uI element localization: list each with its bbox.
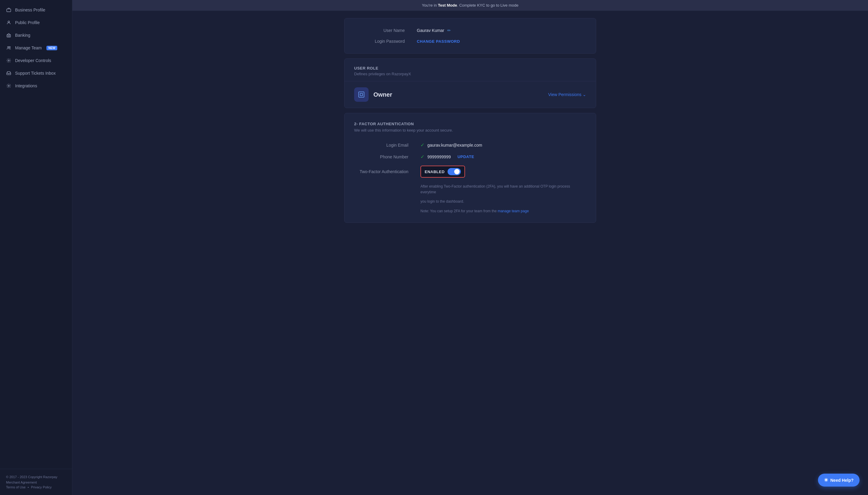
phone-text: 9999999999	[427, 154, 451, 159]
login-email-row: Login Email ✓ gaurav.kumar@example.com	[354, 142, 586, 148]
two-factor-toggle-row: Two-Factor Authentication ENABLED	[354, 166, 586, 178]
toggle-slider	[447, 168, 461, 175]
user-icon	[6, 20, 12, 25]
two-factor-value: ENABLED	[421, 166, 465, 178]
main-content: You're in Test Mode. Complete KYC to go …	[72, 0, 868, 495]
new-badge: NEW	[46, 46, 57, 50]
username-value: Gaurav Kumar ✏	[417, 28, 451, 33]
twofa-rows: Login Email ✓ gaurav.kumar@example.com P…	[354, 142, 586, 178]
twofa-note-line1: After enabling Two-Factor authentication…	[421, 184, 586, 195]
sidebar-item-public-profile[interactable]: Public Profile	[0, 16, 72, 29]
svg-rect-10	[360, 93, 363, 96]
sidebar-item-label: Manage Team	[15, 46, 42, 50]
sidebar-item-support-tickets[interactable]: Support Tickets Inbox	[0, 67, 72, 80]
svg-point-7	[8, 60, 9, 61]
sidebar-item-developer-controls[interactable]: Developer Controls	[0, 54, 72, 67]
toggle-container[interactable]: ENABLED	[421, 166, 465, 178]
test-mode-banner: You're in Test Mode. Complete KYC to go …	[72, 0, 868, 11]
role-header: USER ROLE Defines privileges on Razorpay…	[344, 59, 596, 81]
note-text-2: you login to the dashboard.	[421, 199, 464, 204]
need-help-icon: ✳	[824, 477, 828, 483]
sidebar-footer: © 2017 - 2023 Copyright Razorpay Merchan…	[0, 469, 72, 495]
phone-check-icon: ✓	[421, 154, 424, 159]
password-value: CHANGE PASSWORD	[417, 39, 460, 44]
user-role-card: USER ROLE Defines privileges on Razorpay…	[344, 58, 596, 108]
phone-number-row: Phone Number ✓ 9999999999 UPDATE	[354, 154, 586, 159]
content-area: User Name Gaurav Kumar ✏ Login Password …	[334, 11, 606, 235]
integrations-icon	[6, 83, 12, 88]
svg-point-6	[9, 46, 10, 48]
role-subtitle: Defines privileges on RazorpayX	[354, 72, 586, 76]
bank-icon	[6, 33, 12, 38]
sidebar-item-label: Business Profile	[15, 7, 45, 12]
sidebar-item-label: Integrations	[15, 83, 37, 88]
role-body: Owner View Permissions ⌄	[344, 81, 596, 108]
twofa-note-container: After enabling Two-Factor authentication…	[421, 184, 586, 214]
username-text: Gaurav Kumar	[417, 28, 444, 33]
password-row: Login Password CHANGE PASSWORD	[357, 39, 584, 44]
chevron-down-icon: ⌄	[583, 92, 586, 97]
users-icon	[6, 45, 12, 51]
sidebar-item-banking[interactable]: Banking	[0, 29, 72, 41]
twofa-note-line3: Note: You can setup 2FA for your team fr…	[421, 208, 586, 214]
update-phone-button[interactable]: UPDATE	[458, 154, 474, 159]
sidebar-item-label: Developer Controls	[15, 58, 51, 63]
banner-highlight: Test Mode	[438, 3, 457, 7]
password-label: Login Password	[357, 39, 405, 44]
twofa-card: 2- FACTOR AUTHENTICATION We will use thi…	[344, 113, 596, 223]
toggle-label-text: ENABLED	[425, 170, 445, 174]
login-email-label: Login Email	[354, 143, 408, 148]
inbox-icon	[6, 70, 12, 76]
view-permissions-button[interactable]: View Permissions ⌄	[548, 92, 586, 97]
svg-point-1	[8, 21, 9, 22]
twofa-note-line2: you login to the dashboard.	[421, 199, 586, 204]
username-row: User Name Gaurav Kumar ✏	[357, 28, 584, 33]
twofa-title: 2- FACTOR AUTHENTICATION	[354, 122, 586, 126]
sidebar-item-integrations[interactable]: Integrations	[0, 80, 72, 92]
svg-rect-2	[7, 35, 11, 37]
need-help-button[interactable]: ✳ Need Help?	[818, 474, 859, 487]
email-check-icon: ✓	[421, 142, 424, 148]
separator: •	[28, 485, 29, 489]
note-text-3-before: Note: You can setup 2FA for your team fr…	[421, 209, 497, 213]
svg-point-5	[7, 46, 9, 48]
edit-username-icon[interactable]: ✏	[447, 28, 451, 33]
phone-label: Phone Number	[354, 154, 408, 159]
role-icon-box	[354, 87, 369, 102]
view-permissions-label: View Permissions	[548, 92, 582, 97]
sidebar: Business Profile Public Profile Banking …	[0, 0, 72, 495]
email-text: gaurav.kumar@example.com	[427, 143, 482, 148]
privacy-link[interactable]: Privacy Policy	[31, 485, 51, 489]
role-info: Owner	[354, 87, 392, 102]
profile-card: User Name Gaurav Kumar ✏ Login Password …	[344, 18, 596, 54]
svg-rect-0	[6, 9, 11, 12]
merchant-agreement-link[interactable]: Merchant Agreement	[6, 480, 37, 484]
svg-point-8	[8, 85, 9, 86]
svg-rect-9	[359, 92, 364, 97]
banner-text-after: . Complete KYC to go to Live mode	[457, 3, 519, 7]
toggle-switch[interactable]	[447, 168, 461, 175]
sidebar-item-label: Public Profile	[15, 20, 40, 25]
two-factor-label: Two-Factor Authentication	[354, 169, 408, 174]
username-label: User Name	[357, 28, 405, 33]
banner-text-before: You're in	[422, 3, 438, 7]
role-name: Owner	[373, 91, 392, 98]
note-text-1: After enabling Two-Factor authentication…	[421, 184, 570, 194]
sidebar-item-label: Banking	[15, 33, 30, 38]
sidebar-item-label: Support Tickets Inbox	[15, 71, 56, 75]
phone-value: ✓ 9999999999 UPDATE	[421, 154, 474, 159]
sidebar-item-manage-team[interactable]: Manage Team NEW	[0, 41, 72, 54]
terms-link[interactable]: Terms of Use	[6, 485, 26, 489]
login-email-value: ✓ gaurav.kumar@example.com	[421, 142, 482, 148]
role-title: USER ROLE	[354, 66, 586, 70]
twofa-subtitle: We will use this information to keep you…	[354, 128, 586, 133]
briefcase-icon	[6, 7, 12, 13]
copyright-text: © 2017 - 2023 Copyright Razorpay	[6, 475, 66, 479]
gear-icon	[6, 58, 12, 63]
sidebar-item-business-profile[interactable]: Business Profile	[0, 4, 72, 16]
sidebar-nav: Business Profile Public Profile Banking …	[0, 0, 72, 469]
change-password-button[interactable]: CHANGE PASSWORD	[417, 39, 460, 44]
manage-team-link[interactable]: manage team page	[497, 209, 529, 213]
need-help-label: Need Help?	[830, 478, 853, 483]
